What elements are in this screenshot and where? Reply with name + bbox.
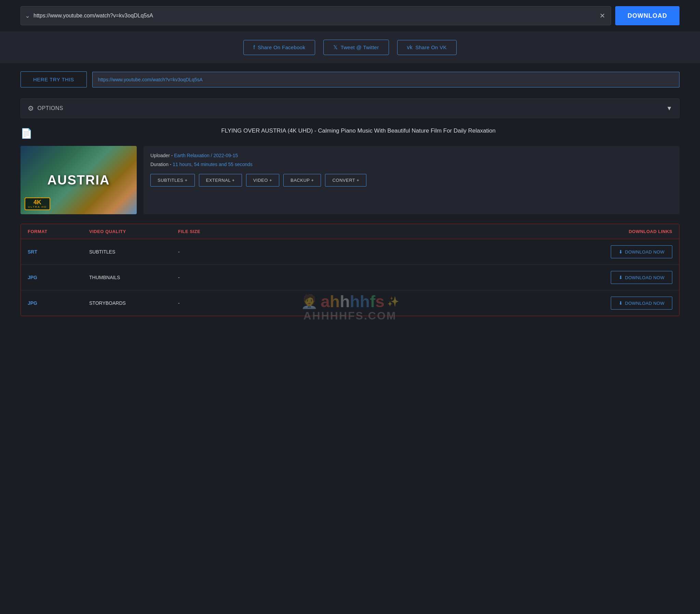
options-bar[interactable]: ⚙ OPTIONS ▼ — [21, 98, 679, 118]
here-try-this-button[interactable]: HERE TRY THIS — [21, 72, 87, 87]
video-thumbnail: AUSTRIA 4K ULTRA HD — [21, 146, 137, 214]
chevron-down-icon: ▼ — [666, 105, 672, 112]
duration-label: Duration - — [150, 162, 171, 167]
td-size-0: - — [178, 249, 247, 254]
options-label: OPTIONS — [38, 105, 64, 111]
video-title: FLYING OVER AUSTRIA (4K UHD) - Calming P… — [37, 126, 679, 135]
video-info: 📄 FLYING OVER AUSTRIA (4K UHD) - Calming… — [21, 126, 679, 214]
td-quality-1: THUMBNAILS — [89, 275, 178, 280]
table-row: SRT SUBTITLES - ⬇ DOWNLOAD NOW — [21, 239, 679, 265]
download-now-button-1[interactable]: ⬇ DOWNLOAD NOW — [611, 271, 672, 284]
url-input[interactable] — [34, 13, 598, 19]
th-size: FILE SIZE — [178, 229, 247, 234]
table-row: JPG THUMBNAILS - ⬇ DOWNLOAD NOW — [21, 265, 679, 290]
download-now-button-2[interactable]: ⬇ DOWNLOAD NOW — [611, 297, 672, 310]
td-format-2: JPG — [28, 300, 89, 306]
td-download-1: ⬇ DOWNLOAD NOW — [247, 271, 672, 284]
th-links: DOWNLOAD LINKS — [247, 229, 672, 234]
download-arrow-icon: ⬇ — [618, 300, 623, 306]
share-bar: f Share On Facebook 𝕏 Tweet @ Twitter vk… — [0, 32, 700, 63]
td-quality-0: SUBTITLES — [89, 249, 178, 254]
download-arrow-icon: ⬇ — [618, 275, 623, 280]
td-format-1: JPG — [28, 275, 89, 280]
facebook-icon: f — [253, 45, 255, 51]
clear-url-icon[interactable]: ✕ — [598, 10, 607, 21]
share-facebook-button[interactable]: f Share On Facebook — [243, 40, 315, 55]
download-arrow-icon: ⬇ — [618, 249, 623, 254]
td-download-2: ⬇ DOWNLOAD NOW — [247, 297, 672, 310]
twitter-icon: 𝕏 — [333, 44, 338, 51]
share-twitter-button[interactable]: 𝕏 Tweet @ Twitter — [323, 40, 389, 55]
url-container: ⌄ ✕ — [21, 6, 611, 25]
video-card: AUSTRIA 4K ULTRA HD Uploader - Earth Rel… — [21, 146, 679, 214]
gear-icon: ⚙ — [28, 104, 34, 112]
uploader-value: Earth Relaxation / 2022-09-15 — [174, 153, 238, 158]
duration-row: Duration - 11 hours, 54 minutes and 55 s… — [150, 162, 673, 167]
downloads-table: FORMAT VIDEO QUALITY FILE SIZE DOWNLOAD … — [21, 224, 679, 316]
share-vk-button[interactable]: vk Share On VK — [397, 40, 457, 55]
td-quality-2: STORYBOARDS — [89, 300, 178, 306]
td-download-0: ⬇ DOWNLOAD NOW — [247, 245, 672, 258]
video-meta: Uploader - Earth Relaxation / 2022-09-15… — [143, 146, 679, 214]
document-icon: 📄 — [21, 128, 33, 139]
uploader-row: Uploader - Earth Relaxation / 2022-09-15 — [150, 153, 673, 158]
th-format: FORMAT — [28, 229, 89, 234]
thumb-text: AUSTRIA — [48, 173, 110, 188]
top-bar: ⌄ ✕ DOWNLOAD — [0, 0, 700, 32]
video-title-row: 📄 FLYING OVER AUSTRIA (4K UHD) - Calming… — [21, 126, 679, 139]
try-url-input[interactable] — [92, 72, 679, 87]
video-button[interactable]: VIDEO + — [246, 174, 279, 187]
download-now-button-0[interactable]: ⬇ DOWNLOAD NOW — [611, 245, 672, 258]
th-quality: VIDEO QUALITY — [89, 229, 178, 234]
chevron-icon[interactable]: ⌄ — [25, 12, 30, 20]
backup-button[interactable]: BACKUP + — [283, 174, 321, 187]
td-size-2: - — [178, 300, 247, 306]
table-header: FORMAT VIDEO QUALITY FILE SIZE DOWNLOAD … — [21, 224, 679, 239]
vk-icon: vk — [407, 45, 413, 51]
try-section: HERE TRY THIS — [0, 63, 700, 96]
td-format-0: SRT — [28, 249, 89, 254]
td-size-1: - — [178, 275, 247, 280]
convert-button[interactable]: CONVERT + — [325, 174, 366, 187]
duration-value: 11 hours, 54 minutes and 55 seconds — [173, 162, 253, 167]
uploader-label: Uploader - — [150, 153, 173, 158]
subtitles-button[interactable]: SUBTITLES + — [150, 174, 195, 187]
action-buttons: SUBTITLES + EXTERNAL + VIDEO + BACKUP + … — [150, 174, 673, 187]
4k-badge: 4K ULTRA HD — [25, 198, 50, 210]
table-row: JPG STORYBOARDS - ⬇ DOWNLOAD NOW — [21, 290, 679, 316]
download-button[interactable]: DOWNLOAD — [615, 6, 679, 25]
external-button[interactable]: EXTERNAL + — [199, 174, 242, 187]
